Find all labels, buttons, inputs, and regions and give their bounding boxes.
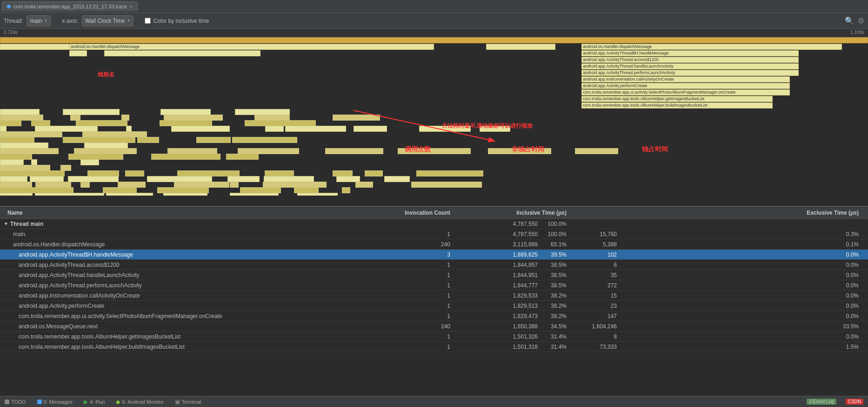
zoom-icon[interactable]: 🔍 bbox=[845, 16, 854, 25]
cell-inclusive: 1,844,951 bbox=[456, 272, 540, 278]
flame-block-small[interactable] bbox=[297, 193, 338, 196]
cell-inclusive-pct: 38.2% bbox=[540, 292, 572, 299]
col-exclusive-header[interactable]: Exclusive Time (μs) bbox=[572, 210, 868, 216]
flame-block[interactable]: com.troila.remember.app.ui.activity.Sele… bbox=[581, 89, 790, 95]
cell-name: main. bbox=[0, 231, 372, 237]
flame-block[interactable] bbox=[104, 50, 260, 56]
flame-block[interactable]: android.os.Handler.dispatchMessage bbox=[581, 44, 842, 50]
table-row[interactable]: com.troila.remember.app.tools.AlbumHelpe… bbox=[0, 332, 868, 342]
column-headers: Name Invocation Count Inclusive Time (μs… bbox=[0, 206, 868, 219]
event-log-badge: 2 Event Log bbox=[807, 399, 836, 405]
cell-invocation: 1 bbox=[372, 303, 456, 309]
table-row[interactable]: com.troila.remember.app.ui.activity.Sele… bbox=[0, 311, 868, 321]
run-label: 4: Run bbox=[90, 399, 105, 405]
cell-inclusive: 4,787,550 bbox=[456, 231, 540, 237]
flame-block-small[interactable] bbox=[0, 193, 33, 196]
todo-button[interactable]: TODO bbox=[2, 398, 29, 406]
messages-button[interactable]: 0: Messages bbox=[34, 398, 75, 406]
color-checkbox-wrapper[interactable]: Color by inclusive time bbox=[145, 18, 209, 24]
flame-block[interactable]: android.app.ActivityThread.performLaunch… bbox=[581, 70, 799, 76]
cell-inclusive: 1,829,533 bbox=[456, 292, 540, 299]
table-row[interactable]: android.os.Handler.dispatchMessage2403,1… bbox=[0, 239, 868, 250]
tab-title: com.troila.remember.app_2015.12.22_17.33… bbox=[13, 4, 127, 9]
cell-name: android.app.ActivityThread$H.handleMessa… bbox=[0, 251, 372, 258]
flame-block[interactable]: com.troila.remember.app.tools.AlbumHelpe… bbox=[581, 102, 773, 109]
cell-invocation: 240 bbox=[372, 323, 456, 330]
cell-exclusive: 6 bbox=[572, 262, 619, 268]
flame-block[interactable] bbox=[0, 37, 868, 43]
flame-block-small[interactable] bbox=[35, 193, 104, 196]
col-invocation-header[interactable]: Invocation Count bbox=[372, 210, 456, 216]
thread-value: main bbox=[30, 18, 42, 24]
color-label: Color by inclusive time bbox=[153, 18, 209, 24]
flame-block[interactable]: com.troila.remember.app.tools.AlbumHelpe… bbox=[581, 96, 773, 102]
thread-dropdown-arrow: ▼ bbox=[44, 19, 47, 23]
table-row[interactable]: android.app.ActivityThread.handleLaunchA… bbox=[0, 270, 868, 280]
flame-block[interactable] bbox=[486, 44, 555, 50]
flame-block[interactable]: android.app.ActivityThread.access$1200 bbox=[581, 57, 799, 63]
messages-icon bbox=[37, 400, 42, 404]
cell-inclusive-pct: 100.0% bbox=[540, 221, 572, 227]
cell-inclusive-pct: 39.5% bbox=[540, 251, 572, 258]
color-checkbox[interactable] bbox=[145, 18, 151, 24]
terminal-button[interactable]: ▣ Terminal bbox=[172, 398, 204, 406]
cell-inclusive-pct: 31.4% bbox=[540, 344, 572, 350]
cell-exclusive-pct: 0.1% bbox=[619, 241, 868, 248]
cell-exclusive: 35 bbox=[572, 272, 619, 278]
cell-invocation: 3 bbox=[372, 251, 456, 258]
close-tab-button[interactable]: × bbox=[130, 4, 133, 9]
flame-block-small[interactable] bbox=[163, 193, 207, 196]
flame-block[interactable] bbox=[69, 50, 87, 56]
cell-invocation: 1 bbox=[372, 262, 456, 268]
cell-invocation: 1 bbox=[372, 313, 456, 319]
flame-chart[interactable]: android.os.Handler.dispatchMessageandroi… bbox=[0, 37, 868, 196]
cell-exclusive-pct: 0.0% bbox=[619, 251, 868, 258]
table-row[interactable]: android.app.Activity.performCreate11,829… bbox=[0, 301, 868, 311]
todo-icon bbox=[5, 400, 9, 404]
time-ruler: 0.724s 1.199s bbox=[0, 29, 868, 37]
flame-block[interactable]: android.os.Handler.dispatchMessage bbox=[69, 44, 434, 50]
thread-select[interactable]: main ▼ bbox=[27, 15, 51, 27]
table-row[interactable]: ▼Thread main4,787,550100.0% bbox=[0, 219, 868, 229]
xaxis-dropdown-arrow: ▼ bbox=[127, 19, 131, 23]
cell-exclusive-pct: 33.5% bbox=[619, 323, 868, 330]
flame-block[interactable]: android.app.Instrumentation.callActivity… bbox=[581, 76, 790, 82]
cell-name: android.os.Handler.dispatchMessage bbox=[0, 241, 372, 248]
cell-exclusive-pct: 0.0% bbox=[619, 313, 868, 319]
flame-block-small[interactable] bbox=[230, 193, 279, 196]
col-name-header[interactable]: Name bbox=[0, 210, 372, 216]
cell-invocation: 240 bbox=[372, 241, 456, 248]
tab-bar: com.troila.remember.app_2015.12.22_17.33… bbox=[0, 0, 868, 13]
csdn-button[interactable]: CSDN bbox=[843, 398, 866, 406]
table-row[interactable]: com.troila.remember.app.tools.AlbumHelpe… bbox=[0, 342, 868, 352]
cell-inclusive-pct: 38.5% bbox=[540, 262, 572, 268]
terminal-icon: ▣ bbox=[175, 399, 180, 405]
trace-tab[interactable]: com.troila.remember.app_2015.12.22_17.33… bbox=[2, 1, 138, 11]
table-row[interactable]: android.os.MessageQueue.next2401,650,388… bbox=[0, 321, 868, 332]
col-inclusive-header[interactable]: Inclusive Time (μs) bbox=[456, 210, 572, 216]
table-area[interactable]: ▼Thread main4,787,550100.0%main.14,787,5… bbox=[0, 219, 868, 396]
cell-inclusive-pct: 34.5% bbox=[540, 323, 572, 330]
cell-inclusive: 1,501,326 bbox=[456, 333, 540, 340]
run-button[interactable]: ▶ 4: Run bbox=[81, 398, 107, 406]
event-log-button[interactable]: 2 Event Log bbox=[804, 398, 839, 406]
flame-block-small[interactable] bbox=[106, 193, 153, 196]
flame-block[interactable] bbox=[0, 44, 69, 50]
thread-label: Thread: bbox=[4, 18, 23, 24]
android-icon: ◆ bbox=[116, 399, 120, 405]
table-row[interactable]: android.app.Instrumentation.callActivity… bbox=[0, 291, 868, 301]
bottom-right: 2 Event Log CSDN bbox=[804, 398, 866, 406]
android-monitor-button[interactable]: ◆ 6: Android Monitor bbox=[113, 398, 166, 406]
table-row[interactable]: android.app.ActivityThread$H.handleMessa… bbox=[0, 250, 868, 260]
table-row[interactable]: main.14,787,550100.0%15,7600.3% bbox=[0, 229, 868, 239]
table-row[interactable]: android.app.ActivityThread.access$120011… bbox=[0, 260, 868, 270]
flame-block[interactable]: android.app.Activity.performCreate bbox=[581, 83, 790, 89]
settings-icon[interactable]: ⚙ bbox=[858, 16, 864, 25]
cell-invocation: 1 bbox=[372, 231, 456, 237]
xaxis-select[interactable]: Wall Clock Time ▼ bbox=[82, 15, 134, 27]
todo-label: TODO bbox=[11, 399, 26, 405]
flame-block[interactable]: android.app.ActivityThread.handleLaunchA… bbox=[581, 63, 799, 69]
cell-inclusive: 1,501,318 bbox=[456, 344, 540, 350]
table-row[interactable]: android.app.ActivityThread.performLaunch… bbox=[0, 280, 868, 291]
flame-block[interactable]: android.app.ActivityThread$H.handleMessa… bbox=[581, 50, 799, 56]
